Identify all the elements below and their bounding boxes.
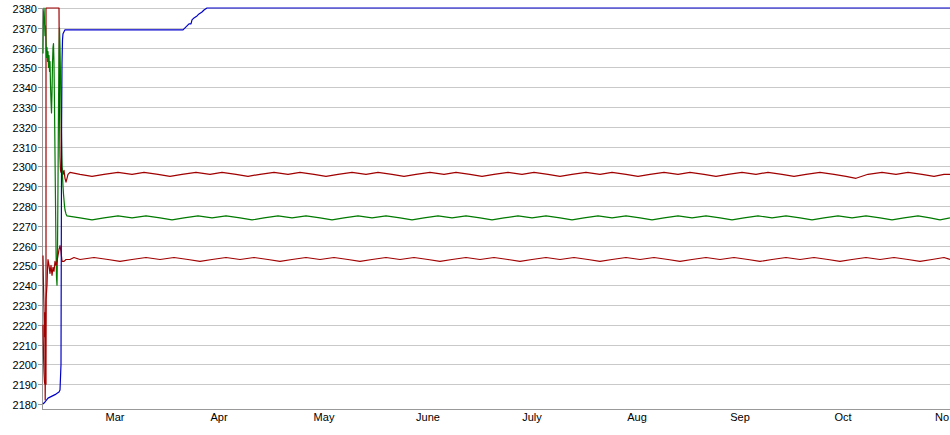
x-tick-label: Oct (834, 411, 851, 423)
x-tick-label: Aug (627, 411, 647, 423)
y-tick-label: 2380 (13, 3, 37, 15)
y-tick-label: 2310 (13, 142, 37, 154)
y-tick-label: 2200 (13, 359, 37, 371)
y-tick-label: 2350 (13, 62, 37, 74)
x-tick-label: May (314, 411, 335, 423)
x-tick-label: Sep (730, 411, 750, 423)
x-tick-label: June (416, 411, 440, 423)
x-tick-label: July (522, 411, 542, 423)
y-tick-label: 2360 (13, 43, 37, 55)
green-line (43, 8, 950, 285)
x-tick-label: Apr (210, 411, 227, 423)
y-tick-label: 2210 (13, 340, 37, 352)
y-tick-label: 2320 (13, 122, 37, 134)
y-tick-label: 2250 (13, 260, 37, 272)
chart-canvas: 2380237023602350234023302320231023002290… (0, 0, 950, 435)
y-tick-label: 2270 (13, 221, 37, 233)
upper-red-line (43, 8, 950, 384)
y-tick-label: 2240 (13, 280, 37, 292)
y-tick-label: 2190 (13, 379, 37, 391)
chart-area: 2380237023602350234023302320231023002290… (0, 0, 950, 435)
y-tick-label: 2230 (13, 300, 37, 312)
y-tick-label: 2280 (13, 201, 37, 213)
y-tick-label: 2340 (13, 82, 37, 94)
x-tick-label: No (935, 411, 949, 423)
y-tick-label: 2300 (13, 161, 37, 173)
y-tick-label: 2260 (13, 241, 37, 253)
y-tick-label: 2370 (13, 23, 37, 35)
lower-red-line (43, 246, 950, 400)
y-tick-label: 2330 (13, 102, 37, 114)
y-tick-label: 2290 (13, 181, 37, 193)
y-tick-label: 2180 (13, 399, 37, 411)
y-tick-label: 2220 (13, 320, 37, 332)
x-tick-label: Mar (106, 411, 125, 423)
